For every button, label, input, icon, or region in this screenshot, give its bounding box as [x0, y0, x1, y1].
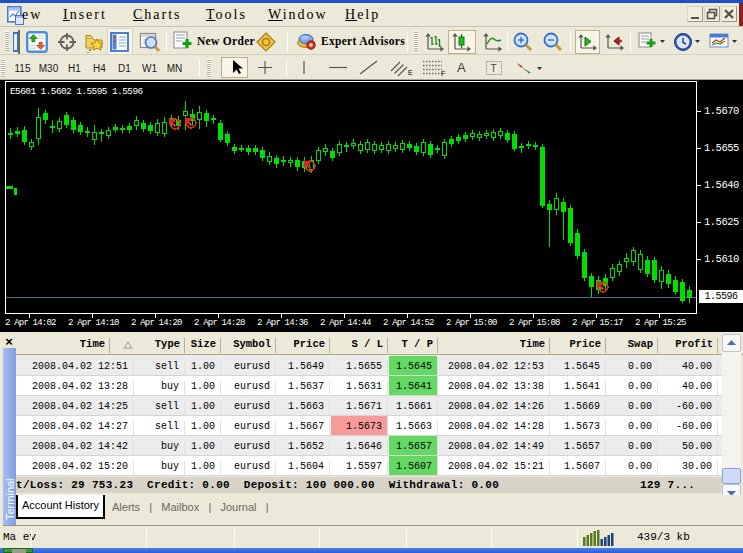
svg-text:Terminal: Terminal [4, 478, 16, 520]
svg-text:F: F [441, 70, 445, 77]
svg-text:T: T [491, 63, 497, 74]
svg-text:E: E [408, 69, 413, 76]
